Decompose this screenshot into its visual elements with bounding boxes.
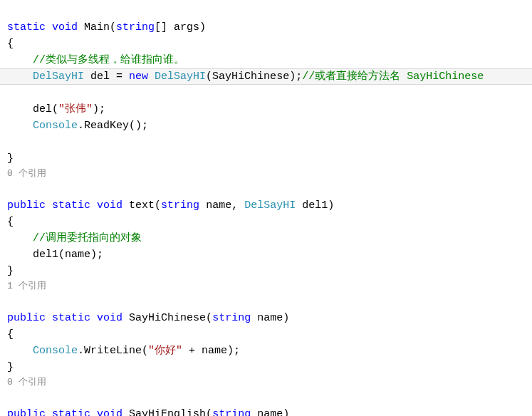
code-line: {: [7, 328, 14, 340]
code-line: del1(name);: [7, 249, 103, 261]
code-line: }: [7, 152, 14, 165]
code-line: {: [7, 216, 14, 228]
reference-count: 1 个引用: [7, 279, 532, 293]
code-line: Console.ReadKey();: [7, 120, 148, 132]
code-line: //类似与多线程，给谁指向谁。: [7, 54, 184, 66]
code-line: static void Main(string[] args): [7, 21, 206, 33]
code-line: public static void SayHiEnglish(string n…: [7, 408, 289, 416]
code-line: public static void text(string name, Del…: [7, 199, 334, 212]
code-line: }: [7, 265, 14, 277]
code-line: Console.WriteLine("你好" + name);: [7, 345, 240, 357]
code-line: //调用委托指向的对象: [7, 232, 142, 244]
code-line: }: [7, 361, 14, 373]
code-line: public static void SayHiChinese(string n…: [7, 312, 289, 324]
code-line: [7, 136, 14, 148]
code-block: static void Main(string[] args) { //类似与多…: [7, 3, 532, 416]
code-line: del("张伟");: [7, 103, 105, 115]
code-line: {: [7, 38, 14, 50]
code-line-highlighted: DelSayHI del = new DelSayHI(SayHiChinese…: [0, 68, 532, 85]
reference-count: 0 个引用: [7, 375, 532, 390]
reference-count: 0 个引用: [7, 167, 532, 181]
